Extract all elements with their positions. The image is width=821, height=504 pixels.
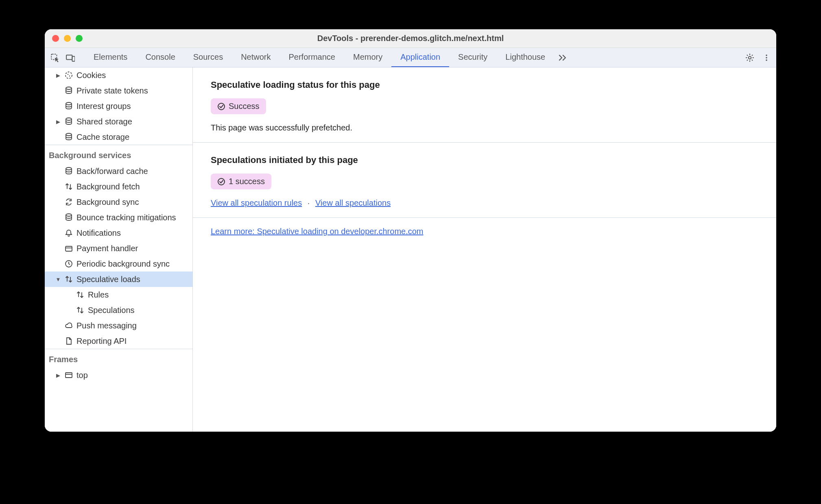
status-badge: Success [211,98,266,114]
doc-icon [64,337,73,345]
device-icon[interactable] [63,48,78,67]
updown-icon [64,182,73,191]
clock-icon [64,260,73,268]
sidebar-item-speculations[interactable]: Speculations [45,302,192,318]
db-icon [64,167,73,175]
sidebar-item-cookies[interactable]: ▶Cookies [45,67,192,83]
db-icon [64,117,73,126]
sidebar-item-push-messaging[interactable]: Push messaging [45,318,192,333]
zoom-icon[interactable] [76,35,83,42]
bell-icon [64,229,73,237]
sync-icon [64,198,73,206]
sidebar-item-label: Payment handler [76,244,138,253]
sidebar-item-label: Background fetch [76,182,140,191]
separator-dot: · [304,198,313,207]
sidebar-item-periodic-background-sync[interactable]: Periodic background sync [45,256,192,272]
db-icon [64,87,73,95]
expander-icon: ▶ [55,72,61,78]
devtools-window: DevTools - prerender-demos.glitch.me/nex… [45,29,776,432]
sidebar-item-label: Reporting API [76,337,127,346]
sidebar-item-background-fetch[interactable]: Background fetch [45,179,192,194]
tab-memory[interactable]: Memory [344,48,391,67]
sidebar-item-background-sync[interactable]: Background sync [45,194,192,210]
link-learn-more[interactable]: Learn more: Speculative loading on devel… [211,227,424,236]
sidebar-item-speculative-loads[interactable]: ▼Speculative loads [45,272,192,287]
cloud-icon [64,322,73,330]
sidebar-item-label: Cookies [76,71,106,80]
status-heading: Speculative loading status for this page [211,80,758,90]
updown-icon [76,291,85,299]
check-icon [217,102,225,111]
tab-sources[interactable]: Sources [184,48,232,67]
db-icon [64,133,73,141]
sidebar: ▶CookiesPrivate state tokensInterest gro… [45,67,193,432]
section-frames: Frames [45,349,192,367]
tab-lighthouse[interactable]: Lighthouse [496,48,554,67]
db-icon [64,102,73,110]
close-icon[interactable] [52,35,59,42]
sidebar-item-label: Speculative loads [76,275,140,284]
minimize-icon[interactable] [64,35,71,42]
inspect-icon[interactable] [47,48,63,67]
card-icon [64,244,73,252]
sidebar-item-reporting-api[interactable]: Reporting API [45,333,192,349]
link-view-rules[interactable]: View all speculation rules [211,198,302,207]
cookie-icon [64,71,73,79]
expander-icon: ▶ [55,119,61,125]
sidebar-item-shared-storage[interactable]: ▶Shared storage [45,114,192,129]
sidebar-item-label: Back/forward cache [76,167,148,176]
kebab-icon[interactable] [762,54,771,62]
sidebar-item-cache-storage[interactable]: Cache storage [45,129,192,145]
sidebar-item-label: Speculations [88,306,135,315]
sidebar-item-notifications[interactable]: Notifications [45,225,192,241]
sidebar-item-label: top [76,371,88,380]
sidebar-item-label: Interest groups [76,102,131,111]
sidebar-item-payment-handler[interactable]: Payment handler [45,241,192,256]
db-icon [64,213,73,222]
speculations-badge-label: 1 success [229,177,265,186]
sidebar-item-label: Private state tokens [76,86,148,96]
frame-icon [64,371,73,379]
sidebar-item-label: Notifications [76,228,121,238]
more-tabs-icon[interactable] [554,48,570,67]
tab-performance[interactable]: Performance [280,48,345,67]
sidebar-item-label: Push messaging [76,321,137,330]
expander-icon: ▶ [55,372,61,378]
main-panel: Speculative loading status for this page… [193,67,776,432]
sidebar-item-back-forward-cache[interactable]: Back/forward cache [45,163,192,179]
sidebar-item-interest-groups[interactable]: Interest groups [45,98,192,114]
sidebar-item-private-state-tokens[interactable]: Private state tokens [45,83,192,98]
updown-icon [76,306,85,314]
tabbar: ElementsConsoleSourcesNetworkPerformance… [45,48,776,67]
link-view-speculations[interactable]: View all speculations [315,198,391,207]
check-icon [217,178,225,186]
sidebar-item-label: Background sync [76,198,139,207]
window-title: DevTools - prerender-demos.glitch.me/nex… [45,34,776,43]
sidebar-item-bounce-tracking-mitigations[interactable]: Bounce tracking mitigations [45,210,192,225]
status-badge-label: Success [229,102,260,111]
status-body: This page was successfully prefetched. [211,123,758,133]
tab-elements[interactable]: Elements [85,48,136,67]
sidebar-item-top[interactable]: ▶top [45,367,192,383]
speculations-badge: 1 success [211,174,271,189]
section-background-services: Background services [45,145,192,163]
tab-network[interactable]: Network [232,48,279,67]
sidebar-item-label: Periodic background sync [76,259,170,269]
traffic-lights [52,35,83,42]
sidebar-item-label: Bounce tracking mitigations [76,213,176,222]
sidebar-item-label: Rules [88,290,109,300]
tab-security[interactable]: Security [449,48,496,67]
sidebar-item-rules[interactable]: Rules [45,287,192,302]
updown-icon [64,275,73,283]
titlebar: DevTools - prerender-demos.glitch.me/nex… [45,29,776,48]
sidebar-item-label: Cache storage [76,133,129,142]
gear-icon[interactable] [745,53,754,62]
expander-icon: ▼ [55,276,61,282]
tab-application[interactable]: Application [391,48,449,67]
speculations-heading: Speculations initiated by this page [211,155,758,165]
sidebar-item-label: Shared storage [76,117,132,126]
tab-console[interactable]: Console [136,48,184,67]
